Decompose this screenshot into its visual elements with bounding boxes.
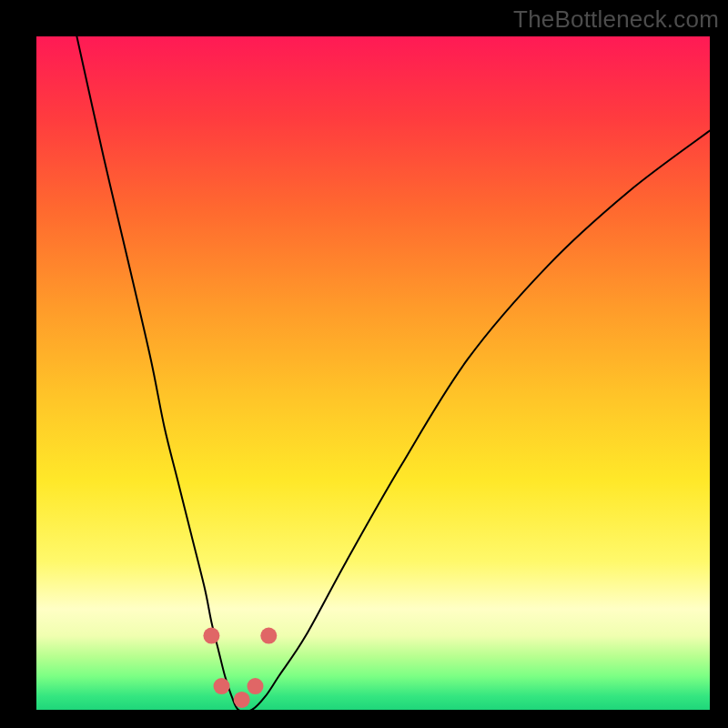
bottleneck-curve bbox=[76, 36, 710, 710]
chart-frame: TheBottleneck.com bbox=[0, 0, 728, 728]
watermark-label: TheBottleneck.com bbox=[513, 5, 719, 34]
data-marker bbox=[248, 678, 264, 694]
data-marker bbox=[203, 628, 219, 644]
data-marker bbox=[214, 678, 230, 694]
data-marker bbox=[234, 692, 250, 708]
chart-svg bbox=[36, 36, 710, 710]
plot-area bbox=[36, 36, 710, 710]
data-marker bbox=[260, 628, 277, 644]
